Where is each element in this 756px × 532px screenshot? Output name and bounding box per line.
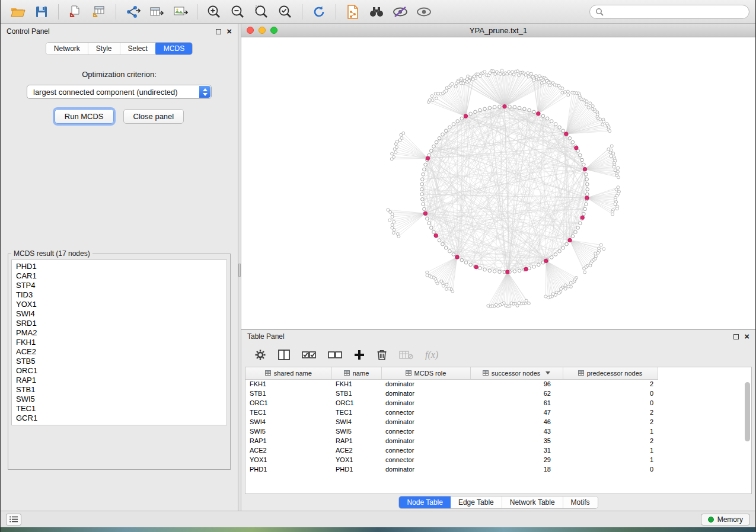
cell-shared_name[interactable]: SWI5 <box>245 427 331 436</box>
cell-shared_name[interactable]: TEC1 <box>245 408 331 417</box>
cell-shared_name[interactable]: PHD1 <box>245 464 331 474</box>
column-header-shared-name[interactable]: shared name <box>245 367 331 379</box>
cell-name[interactable]: SWI4 <box>331 417 381 427</box>
table-row[interactable]: TEC1TEC1connector472 <box>245 408 658 417</box>
cell-succ[interactable]: 35 <box>470 436 563 446</box>
window-minimize-icon[interactable] <box>259 27 266 34</box>
cell-pred[interactable]: 2 <box>563 417 658 427</box>
mcds-result-item[interactable]: TEC1 <box>16 404 222 414</box>
cell-pred[interactable]: 1 <box>563 446 658 455</box>
tab-select[interactable]: Select <box>120 43 156 55</box>
mcds-result-item[interactable]: FKH1 <box>16 338 222 347</box>
cell-pred[interactable]: 0 <box>563 464 658 474</box>
cell-role[interactable]: connector <box>381 446 470 455</box>
cell-name[interactable]: SWI5 <box>331 427 381 436</box>
float-table-panel-icon[interactable] <box>733 334 739 339</box>
tab-network-table[interactable]: Network Table <box>502 496 563 508</box>
cell-pred[interactable]: 1 <box>563 427 658 436</box>
share-document-icon[interactable] <box>342 2 364 21</box>
refresh-icon[interactable] <box>308 2 330 21</box>
cell-role[interactable]: connector <box>381 408 470 417</box>
cell-shared_name[interactable]: ORC1 <box>245 398 331 408</box>
tab-node-table[interactable]: Node Table <box>398 496 451 509</box>
cell-role[interactable]: dominator <box>381 464 470 474</box>
mcds-result-item[interactable]: STP4 <box>16 281 222 290</box>
delete-rows-trash-icon[interactable] <box>377 349 387 361</box>
cell-pred[interactable]: 2 <box>563 379 658 389</box>
cell-shared_name[interactable]: ACE2 <box>245 446 331 455</box>
select-all-icon[interactable] <box>302 351 316 359</box>
show-graphics-details-icon[interactable] <box>413 2 435 21</box>
float-panel-icon[interactable] <box>216 29 221 34</box>
tab-edge-table[interactable]: Edge Table <box>451 496 502 508</box>
cell-shared_name[interactable]: RAP1 <box>245 436 331 446</box>
export-table-icon[interactable] <box>145 2 168 21</box>
sort-descending-icon[interactable] <box>546 371 550 374</box>
global-search-field[interactable] <box>589 5 749 19</box>
mcds-result-list[interactable]: PHD1CAR1STP4TID3YOX1SWI4SRD1PMA2FKH1ACE2… <box>11 259 227 425</box>
cell-role[interactable]: connector <box>381 455 470 464</box>
cell-succ[interactable]: 29 <box>470 455 563 464</box>
table-row[interactable]: ORC1ORC1dominator610 <box>245 398 658 408</box>
table-settings-gear-icon[interactable] <box>254 349 266 361</box>
close-panel-icon[interactable]: × <box>227 28 232 34</box>
table-row[interactable]: ACE2ACE2connector311 <box>245 446 658 455</box>
column-header-mcds-role[interactable]: MCDS role <box>381 367 470 379</box>
cell-role[interactable]: dominator <box>381 389 470 398</box>
cell-pred[interactable]: 1 <box>563 455 658 464</box>
column-header-name[interactable]: name <box>331 367 381 379</box>
cell-name[interactable]: PHD1 <box>331 464 381 474</box>
mcds-result-item[interactable]: GCR1 <box>16 414 222 423</box>
mcds-result-item[interactable]: SRD1 <box>16 319 222 328</box>
save-session-icon[interactable] <box>30 2 53 21</box>
cell-succ[interactable]: 31 <box>470 446 563 455</box>
cell-name[interactable]: STB1 <box>331 389 381 398</box>
network-canvas[interactable] <box>241 37 755 329</box>
cell-succ[interactable]: 18 <box>470 464 563 474</box>
cell-name[interactable]: ORC1 <box>331 398 381 408</box>
panel-splitter[interactable] <box>238 24 241 511</box>
cell-succ[interactable]: 62 <box>470 389 563 398</box>
cell-pred[interactable]: 0 <box>563 389 658 398</box>
add-row-plus-icon[interactable] <box>354 350 365 360</box>
tab-mcds[interactable]: MCDS <box>155 42 193 55</box>
criterion-select[interactable]: largest connected component (undirected) <box>27 85 212 99</box>
cell-pred[interactable]: 0 <box>563 398 658 408</box>
cell-role[interactable]: dominator <box>381 379 470 389</box>
table-row[interactable]: SWI4SWI4dominator462 <box>245 417 658 427</box>
table-row[interactable]: SWI5SWI5connector431 <box>245 427 658 436</box>
window-close-icon[interactable] <box>247 27 254 34</box>
search-network-binoculars-icon[interactable] <box>365 2 388 21</box>
export-image-icon[interactable] <box>169 2 192 21</box>
cell-name[interactable]: FKH1 <box>331 379 381 389</box>
scrollbar-thumb[interactable] <box>745 382 750 441</box>
window-maximize-icon[interactable] <box>270 27 277 34</box>
table-row[interactable]: FKH1FKH1dominator962 <box>245 379 658 389</box>
mcds-result-item[interactable]: TID3 <box>16 290 222 300</box>
cell-role[interactable]: dominator <box>381 398 470 408</box>
cell-name[interactable]: ACE2 <box>331 446 381 455</box>
search-input[interactable] <box>607 8 744 16</box>
zoom-fit-icon[interactable] <box>250 2 273 21</box>
cell-shared_name[interactable]: YOX1 <box>245 455 331 464</box>
memory-button[interactable]: Memory <box>701 514 750 525</box>
show-column-icon[interactable] <box>278 350 290 360</box>
network-window-titlebar[interactable]: YPA_prune.txt_1 <box>241 24 755 37</box>
mcds-result-item[interactable]: RAP1 <box>16 376 222 385</box>
cell-name[interactable]: YOX1 <box>331 455 381 464</box>
cell-succ[interactable]: 96 <box>470 379 563 389</box>
run-mcds-button[interactable]: Run MCDS <box>55 109 114 124</box>
zoom-out-icon[interactable] <box>227 2 249 21</box>
import-network-from-file-icon[interactable] <box>64 2 87 21</box>
cell-succ[interactable]: 47 <box>470 408 563 417</box>
cell-role[interactable]: dominator <box>381 417 470 427</box>
zoom-in-icon[interactable] <box>203 2 225 21</box>
table-row[interactable]: STB1STB1dominator620 <box>245 389 658 398</box>
mcds-result-item[interactable]: SWI4 <box>16 309 222 319</box>
mcds-result-item[interactable]: SWI5 <box>16 395 222 404</box>
cell-succ[interactable]: 61 <box>470 398 563 408</box>
mcds-result-item[interactable]: ORC1 <box>16 366 222 376</box>
cell-role[interactable]: connector <box>381 427 470 436</box>
mcds-result-item[interactable]: PHD1 <box>16 262 222 271</box>
cell-name[interactable]: TEC1 <box>331 408 381 417</box>
